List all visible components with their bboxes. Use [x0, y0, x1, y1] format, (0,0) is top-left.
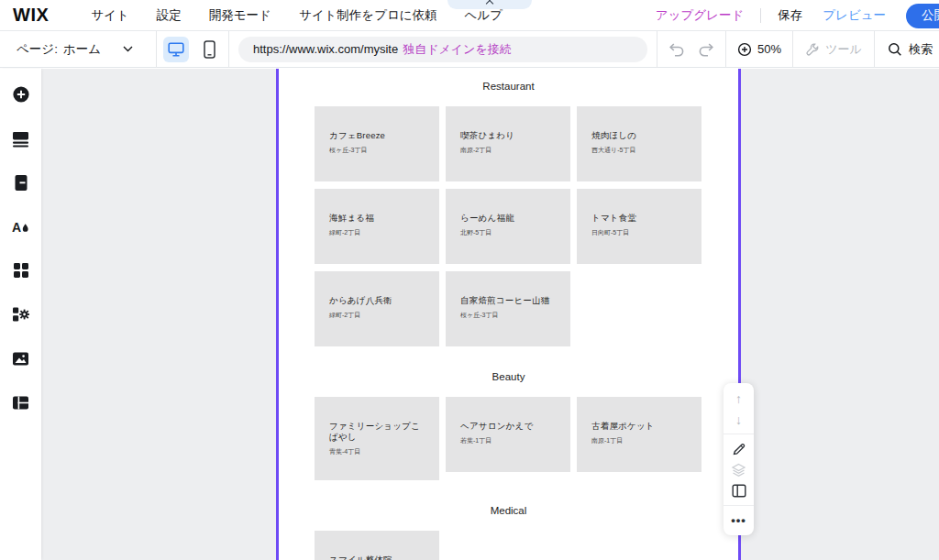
menu-dev-mode[interactable]: 開発モード [209, 7, 271, 24]
business-card[interactable]: スマイル整体院 [315, 531, 439, 560]
business-card[interactable]: らーめん福龍 北野-5丁目 [446, 189, 570, 264]
history-controls [657, 41, 725, 57]
chevron-down-icon [123, 46, 133, 52]
pages-icon[interactable] [12, 173, 30, 192]
business-name: トマト食堂 [591, 213, 687, 224]
site-url-bar[interactable]: https://www.wix.com/mysite 独自ドメインを接続 [238, 37, 647, 62]
device-switcher [157, 37, 228, 62]
media-icon[interactable] [12, 349, 30, 368]
divider [724, 505, 754, 506]
business-name: 海鮮まる福 [329, 213, 425, 224]
section-title[interactable]: Beauty [279, 370, 738, 383]
zoom-plus-icon [737, 42, 752, 57]
zoom-control[interactable]: 50% [726, 42, 792, 57]
section-title[interactable]: Restaurant [279, 80, 738, 93]
business-address: 日向町-5丁目 [591, 228, 687, 237]
business-name: ヘアサロンかえで [460, 421, 556, 432]
more-options-button[interactable]: ••• [724, 510, 754, 531]
layout-icon [732, 484, 746, 498]
collapsed-notification-pill[interactable] [447, 0, 532, 9]
app-market-icon[interactable] [12, 261, 30, 280]
url-bar-wrap: https://www.wix.com/mysite 独自ドメインを接続 [229, 37, 657, 62]
move-up-button[interactable]: ↑ [724, 388, 754, 409]
site-page[interactable]: Restaurant カフェBreeze 桜ヶ丘-3丁目 喫茶ひまわり 南原-2… [276, 69, 741, 560]
section-action-toolbar: ↑ ↓ ••• [724, 383, 754, 535]
business-address: 緑町-2丁目 [329, 228, 425, 237]
publish-button[interactable]: 公開 [906, 4, 939, 28]
layers-button[interactable] [724, 459, 754, 480]
page-selector-label: ページ: [17, 41, 58, 58]
business-card[interactable]: トマト食堂 日向町-5丁目 [577, 189, 701, 264]
business-name: 喫茶ひまわり [460, 130, 556, 141]
business-name: らーめん福龍 [460, 213, 556, 224]
business-card[interactable]: 喫茶ひまわり 南原-2丁目 [446, 106, 570, 181]
business-name: からあげ八兵衛 [329, 295, 425, 306]
undo-icon[interactable] [668, 41, 685, 57]
business-address: 西大通り-5丁目 [591, 146, 687, 155]
preview-button[interactable]: プレビュー [823, 7, 886, 24]
business-card[interactable]: 古着屋ポケット 南原-1丁目 [577, 397, 701, 472]
page-selector-value: ホーム [63, 41, 101, 58]
business-name: ファミリーショップこばやし [329, 421, 425, 443]
menu-help[interactable]: ヘルプ [465, 7, 503, 24]
desktop-icon [168, 42, 184, 57]
business-address: 南原-2丁目 [460, 146, 556, 155]
menu-site[interactable]: サイト [91, 7, 128, 24]
layers-icon [731, 463, 746, 478]
business-name: 焼肉ほしの [591, 130, 687, 141]
save-button[interactable]: 保存 [778, 7, 802, 24]
desktop-view-button[interactable] [163, 37, 189, 62]
add-elements-icon[interactable] [12, 85, 30, 104]
mobile-icon [204, 40, 215, 59]
layout-tools-icon[interactable] [12, 393, 30, 412]
move-down-button[interactable]: ↓ [724, 409, 754, 430]
business-card[interactable]: カフェBreeze 桜ヶ丘-3丁目 [315, 106, 439, 181]
divider [724, 434, 754, 434]
page-selector[interactable]: ページ: ホーム [0, 41, 156, 58]
business-card[interactable]: 焼肉ほしの 西大通り-5丁目 [577, 106, 701, 181]
business-address: 若葉-1丁目 [460, 436, 556, 445]
mobile-view-button[interactable] [196, 37, 222, 62]
wrench-icon [805, 42, 820, 57]
divider [760, 8, 761, 23]
editor-canvas[interactable]: Restaurant カフェBreeze 桜ヶ丘-3丁目 喫茶ひまわり 南原-2… [41, 69, 939, 560]
layout-button[interactable] [724, 480, 754, 501]
edit-button[interactable] [724, 438, 754, 459]
business-name: カフェBreeze [329, 130, 425, 141]
business-card[interactable]: からあげ八兵衛 緑町-2丁目 [315, 271, 439, 346]
business-address: 南原-1丁目 [591, 436, 687, 445]
card-grid: カフェBreeze 桜ヶ丘-3丁目 喫茶ひまわり 南原-2丁目 焼肉ほしの 西大… [279, 106, 738, 346]
redo-icon[interactable] [698, 41, 715, 57]
editor-toolbar: ページ: ホーム https://www.wix.com/mysite 独自ドメ… [0, 31, 939, 68]
page-content: Restaurant カフェBreeze 桜ヶ丘-3丁目 喫茶ひまわり 南原-2… [279, 69, 738, 560]
business-name: スマイル整体院 [329, 555, 425, 560]
cms-icon[interactable] [12, 305, 30, 324]
search-label: 検索 [909, 41, 933, 58]
business-card[interactable]: 海鮮まる福 緑町-2丁目 [315, 189, 439, 264]
canvas-section: Medical スマイル整体院 [279, 504, 738, 560]
top-bar-actions: アップグレード 保存 プレビュー 公開 [656, 0, 939, 31]
section-title[interactable]: Medical [279, 504, 738, 517]
business-card[interactable]: ファミリーショップこばやし 青葉-4丁目 [315, 397, 439, 480]
add-section-icon[interactable] [12, 129, 30, 148]
wix-logo: WIX [13, 5, 49, 26]
canvas-section: Beauty ファミリーショップこばやし 青葉-4丁目 ヘアサロンかえで 若葉-… [279, 370, 738, 480]
business-address: 桜ヶ丘-3丁目 [460, 311, 556, 320]
business-address: 北野-5丁目 [460, 228, 556, 237]
business-address: 桜ヶ丘-3丁目 [329, 146, 425, 155]
business-name: 自家焙煎コーヒー山猫 [460, 295, 556, 306]
upgrade-link[interactable]: アップグレード [656, 7, 744, 24]
site-design-icon[interactable]: A [12, 217, 30, 236]
connect-domain-link[interactable]: 独自ドメインを接続 [403, 41, 512, 58]
business-name: 古着屋ポケット [591, 421, 687, 432]
tools-label: ツール [825, 41, 862, 58]
business-card[interactable]: ヘアサロンかえで 若葉-1丁目 [446, 397, 570, 472]
tools-button[interactable]: ツール [793, 41, 874, 58]
pencil-icon [732, 442, 746, 456]
business-card[interactable]: 自家焙煎コーヒー山猫 桜ヶ丘-3丁目 [446, 271, 570, 346]
site-url: https://www.wix.com/mysite [253, 42, 398, 56]
menu-hire-pro[interactable]: サイト制作をプロに依頼 [299, 7, 437, 24]
search-control[interactable]: 検索 [875, 41, 939, 58]
chevron-up-icon [486, 0, 493, 7]
menu-settings[interactable]: 設定 [157, 7, 182, 24]
